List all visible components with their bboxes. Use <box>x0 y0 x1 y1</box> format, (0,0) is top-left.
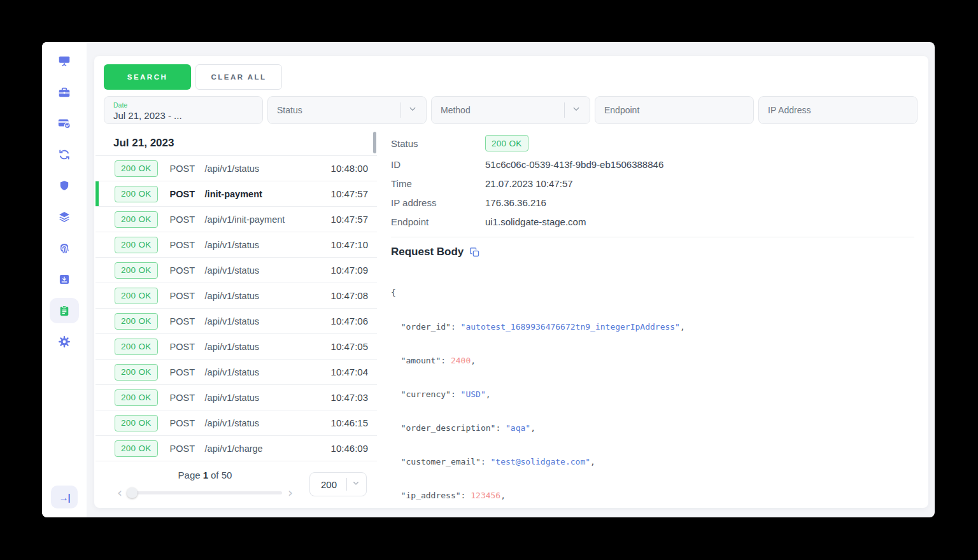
request-row[interactable]: 200 OK POST /api/v1/status 10:47:10 <box>96 232 377 258</box>
archive-download-icon <box>58 273 71 286</box>
row-time: 10:47:57 <box>331 188 368 199</box>
sidebar-item-dashboard[interactable] <box>50 48 79 74</box>
row-path: /api/v1/status <box>205 240 259 250</box>
detail-field-endpoint: Endpoint ui1.solidgate-stage.com <box>391 212 914 231</box>
status-badge: 200 OK <box>115 237 158 253</box>
list-date-header: Jul 21, 2023 <box>96 132 377 156</box>
panels: Jul 21, 2023 200 OK POST /api/v1/status … <box>94 132 928 508</box>
request-row[interactable]: 200 OK POST /api/v1/status 10:48:00 <box>96 156 377 181</box>
sidebar-item-antifraud[interactable] <box>50 235 79 261</box>
detail-label: ID <box>391 159 485 170</box>
detail-field-id: ID 51c6c06c-0539-413f-9bd9-eb1506388846 <box>391 155 914 174</box>
row-method: POST <box>170 444 199 454</box>
row-time: 10:47:03 <box>331 392 368 403</box>
sidebar-item-subscriptions[interactable] <box>50 142 79 167</box>
collapse-arrow-icon: →| <box>59 492 69 503</box>
sidebar-item-payments[interactable] <box>50 111 79 136</box>
row-path: /api/v1/status <box>205 291 259 301</box>
status-badge: 200 OK <box>115 339 158 355</box>
presentation-icon <box>57 54 71 68</box>
row-method: POST <box>170 418 199 428</box>
sidebar-item-reports[interactable] <box>50 204 79 230</box>
request-row[interactable]: 200 OK POST /api/v1/status 10:46:15 <box>96 410 377 436</box>
row-path: /api/v1/status <box>205 367 259 377</box>
status-badge: 200 OK <box>115 415 158 431</box>
sidebar-item-merchants[interactable] <box>50 80 79 105</box>
request-row[interactable]: 200 OK POST /api/v1/status 10:47:06 <box>96 309 377 334</box>
row-path: /api/v1/status <box>205 164 259 174</box>
detail-label: Endpoint <box>391 216 485 227</box>
status-filter-placeholder: Status <box>277 105 400 115</box>
status-badge: 200 OK <box>115 313 158 330</box>
layers-icon <box>57 210 71 224</box>
clipboard-icon <box>58 304 71 318</box>
page-size-value: 200 <box>321 479 346 490</box>
logs-card: SEARCH CLEAR ALL Date Jul 21, 2023 - ...… <box>94 56 928 508</box>
status-badge: 200 OK <box>115 288 158 304</box>
sidebar-item-exports[interactable] <box>50 267 79 292</box>
page-slider-handle[interactable] <box>127 487 138 498</box>
row-path: /api/v1/charge <box>205 444 263 454</box>
detail-field-status: Status 200 OK <box>391 133 914 153</box>
row-method: POST <box>170 265 199 276</box>
request-row[interactable]: 200 OK POST /api/v1/status 10:47:05 <box>96 334 377 360</box>
sidebar-item-settings[interactable] <box>50 329 79 354</box>
endpoint-input[interactable] <box>604 105 746 115</box>
gear-icon <box>57 335 71 349</box>
row-time: 10:46:15 <box>331 417 368 428</box>
request-row[interactable]: 200 OK POST /api/v1/charge 10:46:09 <box>96 436 377 461</box>
request-row[interactable]: 200 OK POST /api/v1/init-payment 10:47:5… <box>96 207 377 232</box>
vertical-scrollbar-thumb[interactable] <box>373 132 376 153</box>
ip-address-input[interactable] <box>768 105 909 115</box>
row-time: 10:47:05 <box>331 341 368 352</box>
date-filter-value: Jul 21, 2023 - ... <box>113 110 182 121</box>
filters-row: Date Jul 21, 2023 - ... Status Method <box>104 96 919 124</box>
actions-row: SEARCH CLEAR ALL <box>104 64 928 90</box>
request-body-json: { "order_id": "autotest_1689936476672tn9… <box>391 265 914 508</box>
pagination-left: Page 1 of 50 ‹ › <box>117 470 293 499</box>
search-button[interactable]: SEARCH <box>104 64 191 90</box>
request-row[interactable]: 200 OK POST /api/v1/status 10:47:08 <box>96 283 377 309</box>
method-filter[interactable]: Method <box>431 96 590 124</box>
status-filter[interactable]: Status <box>267 96 427 124</box>
page-size-select[interactable]: 200 <box>309 472 367 496</box>
row-time: 10:48:00 <box>331 163 368 174</box>
clear-all-button[interactable]: CLEAR ALL <box>195 64 282 90</box>
detail-value: 51c6c06c-0539-413f-9bd9-eb1506388846 <box>485 159 663 170</box>
request-row-selected[interactable]: 200 OK POST /init-payment 10:47:57 <box>96 181 377 207</box>
row-path: /init-payment <box>205 189 262 199</box>
endpoint-filter[interactable] <box>595 96 754 124</box>
fingerprint-icon <box>57 241 71 255</box>
page-slider-track[interactable] <box>128 491 282 494</box>
copy-icon[interactable] <box>469 247 480 258</box>
sidebar-collapse-button[interactable]: →| <box>51 486 78 508</box>
status-badge: 200 OK <box>115 211 158 228</box>
chevron-down-icon <box>407 103 418 117</box>
detail-label: Time <box>391 178 485 189</box>
sidebar-item-security[interactable] <box>50 173 79 199</box>
sidebar-item-logs[interactable] <box>50 298 79 323</box>
screen-background: →| SEARCH CLEAR ALL Date Jul 21, 2023 - … <box>0 0 978 560</box>
request-row[interactable]: 200 OK POST /api/v1/status 10:47:04 <box>96 360 377 385</box>
row-path: /api/v1/status <box>205 265 259 276</box>
row-path: /api/v1/status <box>205 393 259 403</box>
next-page-icon[interactable]: › <box>288 486 293 499</box>
detail-field-time: Time 21.07.2023 10:47:57 <box>391 174 914 193</box>
detail-field-ip: IP address 176.36.36.216 <box>391 193 914 212</box>
row-time: 10:47:06 <box>331 316 368 326</box>
request-row[interactable]: 200 OK POST /api/v1/status 10:47:09 <box>96 258 377 283</box>
status-badge: 200 OK <box>115 262 158 279</box>
date-filter[interactable]: Date Jul 21, 2023 - ... <box>104 96 263 124</box>
detail-label: Status <box>391 138 485 149</box>
sidebar: →| <box>42 42 87 517</box>
row-method: POST <box>170 240 199 250</box>
status-badge: 200 OK <box>115 440 158 457</box>
previous-page-icon[interactable]: ‹ <box>117 486 122 499</box>
row-method: POST <box>170 164 199 174</box>
requests-list-panel: Jul 21, 2023 200 OK POST /api/v1/status … <box>96 132 377 508</box>
detail-value: 21.07.2023 10:47:57 <box>485 178 573 189</box>
request-row[interactable]: 200 OK POST /api/v1/status 10:47:03 <box>96 385 377 410</box>
detail-value: ui1.solidgate-stage.com <box>485 216 586 227</box>
request-body-heading: Request Body <box>391 246 914 258</box>
ip-address-filter[interactable] <box>758 96 918 124</box>
